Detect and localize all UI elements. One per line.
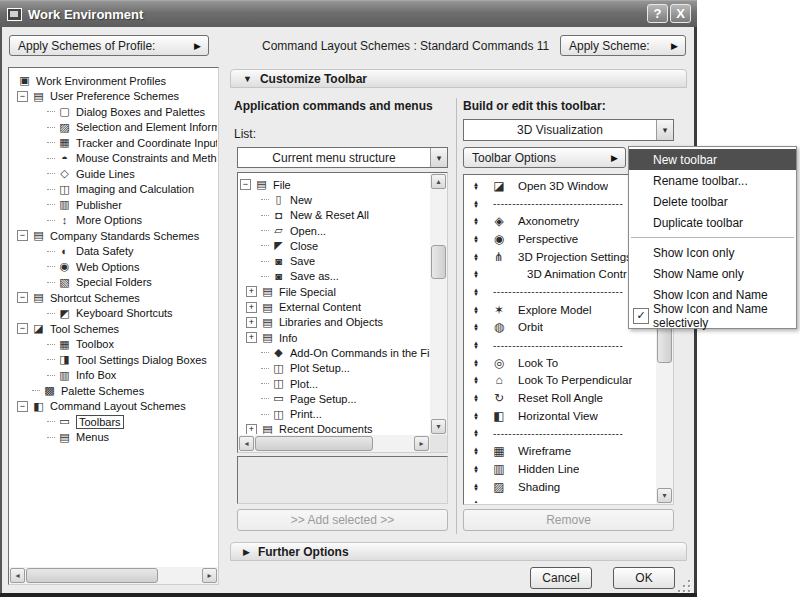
- profile-tree-item[interactable]: ▩Palette Schemes: [11, 383, 217, 399]
- menu-item[interactable]: ✓Show Icon and Name selectively: [629, 305, 796, 326]
- profile-tree-item[interactable]: ◉Web Options: [11, 259, 217, 275]
- collapse-minus-icon[interactable]: −: [17, 401, 28, 412]
- drag-handle-icon[interactable]: ▴▾: [470, 500, 482, 503]
- toolbar-item-row[interactable]: ▴▾↻Reset Roll Angle: [464, 389, 656, 407]
- drag-handle-icon[interactable]: ▴▾: [470, 412, 482, 420]
- add-selected-button[interactable]: >> Add selected >>: [237, 509, 448, 531]
- toolbar-select-combo[interactable]: 3D Visualization ▾: [463, 119, 674, 141]
- profile-tree-item[interactable]: ▦Tracker and Coordinate Input: [11, 135, 217, 151]
- resize-grip[interactable]: [676, 580, 692, 594]
- menu-structure-combo[interactable]: Current menu structure ▾: [237, 147, 448, 168]
- apply-scheme-button[interactable]: Apply Scheme: ▶: [560, 35, 686, 56]
- command-tree-item[interactable]: +▤Info: [240, 330, 430, 345]
- customize-toolbar-header[interactable]: ▼ Customize Toolbar: [230, 69, 687, 88]
- menu-item[interactable]: Rename toolbar...: [629, 170, 796, 191]
- drag-handle-icon[interactable]: ▴▾: [470, 483, 482, 491]
- command-tree-item[interactable]: +▤External Content: [240, 299, 430, 314]
- scroll-up-icon[interactable]: ▴: [431, 174, 446, 189]
- profile-tree-item[interactable]: ◨Tool Settings Dialog Boxes: [11, 352, 217, 368]
- profile-tree-item[interactable]: ◓Mouse Constraints and Methods: [11, 151, 217, 167]
- close-icon[interactable]: X: [670, 4, 691, 23]
- command-tree-item[interactable]: ▱Open...: [240, 223, 430, 238]
- command-tree-item[interactable]: −▤File: [240, 177, 430, 192]
- expand-plus-icon[interactable]: +: [246, 424, 257, 434]
- collapse-minus-icon[interactable]: −: [17, 91, 28, 102]
- drag-handle-icon[interactable]: ▴▾: [470, 253, 482, 261]
- drag-handle-icon[interactable]: ▴▾: [470, 465, 482, 473]
- command-tree-item[interactable]: ◤Close: [240, 238, 430, 253]
- profile-tree-item[interactable]: ↕More Options: [11, 213, 217, 229]
- scroll-right-icon[interactable]: ▸: [202, 568, 217, 583]
- drag-handle-icon[interactable]: ▴▾: [470, 323, 482, 331]
- scroll-left-icon[interactable]: ◂: [239, 436, 254, 451]
- profile-tree-item[interactable]: −◧Command Layout Schemes: [11, 399, 217, 415]
- drag-handle-icon[interactable]: ▴▾: [470, 341, 482, 349]
- profiles-hscroll-thumb[interactable]: [26, 568, 158, 583]
- scroll-left-icon[interactable]: ◂: [10, 568, 25, 583]
- menu-item[interactable]: Delete toolbar: [629, 191, 796, 212]
- scroll-down-icon[interactable]: ▾: [431, 419, 446, 434]
- profile-tree-item[interactable]: ▣Work Environment Profiles: [11, 73, 217, 89]
- profile-tree-item[interactable]: ◐Data Safety: [11, 244, 217, 260]
- command-tree-item[interactable]: +▤Recent Documents: [240, 422, 430, 434]
- drag-handle-icon[interactable]: ▴▾: [470, 376, 482, 384]
- command-vscroll-track[interactable]: [430, 173, 447, 435]
- scroll-right-icon[interactable]: ▸: [414, 436, 429, 451]
- toolbar-separator-row[interactable]: ▴▾----------------------------------: [464, 425, 656, 443]
- command-tree-item[interactable]: ◙Save as...: [240, 269, 430, 284]
- drag-handle-icon[interactable]: ▴▾: [470, 447, 482, 455]
- expand-plus-icon[interactable]: +: [246, 286, 257, 297]
- drag-handle-icon[interactable]: ▴▾: [470, 288, 482, 296]
- command-tree-item[interactable]: ◫Plot...: [240, 376, 430, 391]
- profile-tree-item[interactable]: −▤Company Standards Schemes: [11, 228, 217, 244]
- profile-tree-item[interactable]: ◇Guide Lines: [11, 166, 217, 182]
- command-tree-item[interactable]: ◙Save: [240, 253, 430, 268]
- title-bar[interactable]: Work Environment ? X: [0, 0, 697, 27]
- profile-tree-item[interactable]: ▥Info Box: [11, 368, 217, 384]
- profile-tree-item[interactable]: ▧Special Folders: [11, 275, 217, 291]
- command-vscroll-thumb[interactable]: [431, 245, 446, 279]
- collapse-minus-icon[interactable]: −: [17, 323, 28, 334]
- command-tree-item[interactable]: ▯New: [240, 192, 430, 207]
- profile-tree-item[interactable]: ◩Keyboard Shortcuts: [11, 306, 217, 322]
- collapse-minus-icon[interactable]: −: [240, 179, 251, 190]
- profile-tree-item[interactable]: −▤Shortcut Schemes: [11, 290, 217, 306]
- command-tree-item[interactable]: ◫Plot Setup...: [240, 361, 430, 376]
- profile-tree-item[interactable]: ◫Imaging and Calculation: [11, 182, 217, 198]
- expand-plus-icon[interactable]: +: [246, 332, 257, 343]
- ok-button[interactable]: OK: [613, 567, 675, 589]
- toolbar-item-row[interactable]: ▴▾▨Shading: [464, 478, 656, 496]
- toolbar-separator-row[interactable]: ▴▾----------------------------------: [464, 336, 656, 354]
- command-tree-item[interactable]: ◫Print...: [240, 406, 430, 421]
- profile-tree-item[interactable]: ▥Publisher: [11, 197, 217, 213]
- cancel-button[interactable]: Cancel: [530, 567, 592, 589]
- profile-tree-item[interactable]: ▭Toolbars: [11, 414, 217, 430]
- drag-handle-icon[interactable]: ▴▾: [470, 217, 482, 225]
- command-hscroll-thumb[interactable]: [255, 436, 373, 451]
- drag-handle-icon[interactable]: ▴▾: [470, 306, 482, 314]
- remove-button[interactable]: Remove: [463, 509, 674, 531]
- drag-handle-icon[interactable]: ▴▾: [470, 429, 482, 437]
- expand-plus-icon[interactable]: +: [246, 302, 257, 313]
- toolbar-item-row[interactable]: ▴▾◧Horizontal View: [464, 407, 656, 425]
- toolbar-item-row[interactable]: ▴▾▦Wireframe: [464, 442, 656, 460]
- profile-tree-item[interactable]: ▨Selection and Element Information: [11, 120, 217, 136]
- drag-handle-icon[interactable]: ▴▾: [470, 270, 482, 278]
- drag-handle-icon[interactable]: ▴▾: [470, 359, 482, 367]
- apply-schemes-of-profile-button[interactable]: Apply Schemes of Profile: ▶: [9, 35, 209, 56]
- further-options-header[interactable]: ▶ Further Options: [230, 542, 687, 561]
- toolbar-options-button[interactable]: Toolbar Options ▶: [463, 147, 626, 168]
- drag-handle-icon[interactable]: ▴▾: [470, 235, 482, 243]
- command-tree-item[interactable]: +▤File Special: [240, 284, 430, 299]
- drag-handle-icon[interactable]: ▴▾: [470, 394, 482, 402]
- menu-item[interactable]: Show Name only: [629, 263, 796, 284]
- profile-tree-item[interactable]: −◪Tool Schemes: [11, 321, 217, 337]
- command-tree-item[interactable]: ▭Page Setup...: [240, 391, 430, 406]
- toolbar-separator-row[interactable]: ▴▾----------------------------------: [464, 495, 656, 503]
- profile-tree-item[interactable]: ▢Dialog Boxes and Palettes: [11, 104, 217, 120]
- drag-handle-icon[interactable]: ▴▾: [470, 200, 482, 208]
- command-tree-item[interactable]: ◘New & Reset All: [240, 208, 430, 223]
- scroll-down-icon[interactable]: ▾: [657, 488, 672, 503]
- command-tree-item[interactable]: ◆Add-On Commands in the File: [240, 345, 430, 360]
- toolbar-item-row[interactable]: ▴▾▥Hidden Line: [464, 460, 656, 478]
